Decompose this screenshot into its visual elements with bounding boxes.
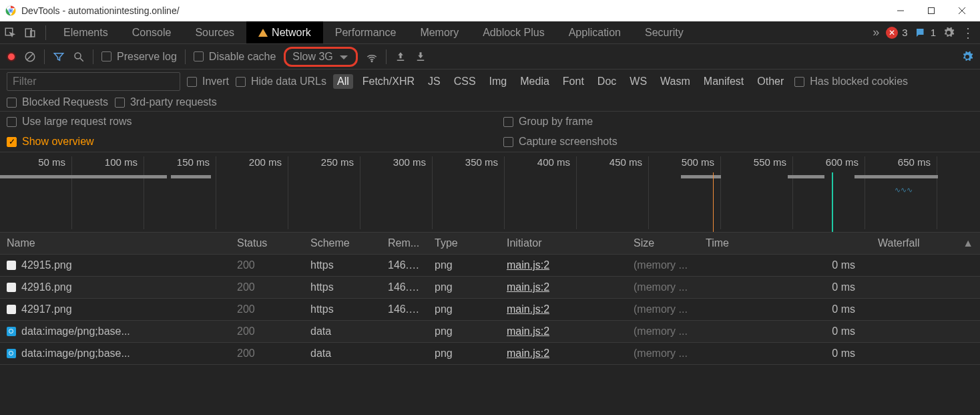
tab-elements[interactable]: Elements (51, 21, 120, 43)
view-options: Use large request rows Show overview Gro… (0, 112, 980, 152)
tab-network[interactable]: Network (246, 21, 323, 43)
filter-bar: Invert Hide data URLs AllFetch/XHRJSCSSI… (0, 70, 980, 94)
initiator-link[interactable]: main.js:2 (507, 325, 549, 337)
tab-console[interactable]: Console (120, 21, 184, 43)
svg-rect-6 (929, 8, 935, 14)
filter-type-manifest[interactable]: Manifest (700, 74, 748, 89)
filter-type-doc[interactable]: Doc (593, 74, 620, 89)
requests-table: Name Status Scheme Rem... Type Initiator… (0, 233, 980, 365)
search-icon[interactable] (73, 51, 85, 63)
table-row[interactable]: data:image/png;base...200datapngmain.js:… (0, 343, 980, 365)
blocked-cookies-checkbox[interactable]: Has blocked cookies (794, 76, 908, 88)
table-row[interactable]: 42916.png200https146.7...pngmain.js:2(me… (0, 277, 980, 299)
svg-point-4 (9, 9, 12, 12)
record-button[interactable] (7, 52, 16, 61)
chrome-icon (5, 5, 16, 16)
group-by-frame-checkbox[interactable]: Group by frame (503, 116, 973, 128)
filter-type-img[interactable]: Img (485, 74, 511, 89)
table-row[interactable]: 42917.png200https146.7...pngmain.js:2(me… (0, 299, 980, 321)
filter-type-media[interactable]: Media (516, 74, 553, 89)
capture-screenshots-checkbox[interactable]: Capture screenshots (503, 136, 973, 148)
devtools-tabs: ElementsConsoleSourcesNetworkPerformance… (0, 21, 980, 44)
issues-badge[interactable]: 1 (915, 27, 936, 39)
tab-adblock-plus[interactable]: Adblock Plus (471, 21, 557, 43)
menu-icon[interactable]: ⋮ (961, 25, 975, 41)
error-badge[interactable]: ✕3 (886, 27, 907, 39)
svg-rect-18 (417, 59, 425, 61)
table-row[interactable]: data:image/png;base...200datapngmain.js:… (0, 321, 980, 343)
tab-memory[interactable]: Memory (408, 21, 471, 43)
file-icon (7, 283, 16, 292)
close-button[interactable] (947, 0, 977, 21)
svg-line-13 (27, 53, 33, 59)
minimize-button[interactable] (885, 0, 916, 21)
file-icon (7, 349, 16, 358)
large-rows-checkbox[interactable]: Use large request rows (7, 116, 477, 128)
table-row[interactable]: 42915.png200https146.7...pngmain.js:2(me… (0, 255, 980, 277)
svg-line-15 (80, 58, 83, 61)
filter-input[interactable] (7, 72, 180, 91)
filter-type-css[interactable]: CSS (450, 74, 480, 89)
hide-data-urls-checkbox[interactable]: Hide data URLs (236, 76, 326, 88)
filter-type-other[interactable]: Other (753, 74, 788, 89)
window-title: DevTools - automationintesting.online/ (21, 5, 180, 16)
tab-security[interactable]: Security (633, 21, 696, 43)
timeline-overview[interactable]: 50 ms100 ms150 ms200 ms250 ms300 ms350 m… (0, 152, 980, 233)
initiator-link[interactable]: main.js:2 (507, 259, 549, 271)
more-tabs-icon[interactable]: » (873, 25, 879, 39)
clear-icon[interactable] (24, 51, 36, 63)
network-settings-icon[interactable] (961, 51, 973, 63)
tab-application[interactable]: Application (557, 21, 633, 43)
file-icon (7, 261, 16, 270)
filter-type-wasm[interactable]: Wasm (656, 74, 694, 89)
disable-cache-checkbox[interactable]: Disable cache (194, 51, 276, 63)
filter-type-font[interactable]: Font (559, 74, 588, 89)
third-party-checkbox[interactable]: 3rd-party requests (115, 96, 217, 108)
warning-icon (258, 24, 268, 37)
filter-type-fetchxhr[interactable]: Fetch/XHR (358, 74, 419, 89)
network-conditions-icon[interactable] (366, 51, 378, 63)
filter-type-ws[interactable]: WS (626, 74, 651, 89)
show-overview-checkbox[interactable]: Show overview (7, 136, 477, 148)
file-icon (7, 327, 16, 336)
settings-icon[interactable] (943, 27, 955, 39)
blocked-requests-checkbox[interactable]: Blocked Requests (7, 96, 108, 108)
maximize-button[interactable] (916, 0, 947, 21)
device-toggle-icon[interactable] (20, 21, 40, 43)
window-titlebar: DevTools - automationintesting.online/ (0, 0, 980, 21)
tab-performance[interactable]: Performance (323, 21, 409, 43)
throttling-select[interactable]: Slow 3G (284, 47, 357, 67)
network-toolbar: Preserve log Disable cache Slow 3G (0, 44, 980, 70)
filter-type-js[interactable]: JS (424, 74, 445, 89)
initiator-link[interactable]: main.js:2 (507, 348, 549, 359)
file-icon (7, 305, 16, 314)
invert-checkbox[interactable]: Invert (187, 76, 229, 88)
svg-point-16 (371, 61, 373, 62)
table-header[interactable]: Name Status Scheme Rem... Type Initiator… (0, 233, 980, 255)
inspect-icon[interactable] (0, 21, 20, 43)
initiator-link[interactable]: main.js:2 (507, 303, 549, 315)
upload-icon[interactable] (395, 51, 407, 63)
tab-sources[interactable]: Sources (183, 21, 246, 43)
filter-type-all[interactable]: All (333, 74, 353, 89)
preserve-log-checkbox[interactable]: Preserve log (101, 51, 177, 63)
initiator-link[interactable]: main.js:2 (507, 281, 549, 293)
download-icon[interactable] (415, 51, 427, 63)
svg-rect-17 (397, 59, 405, 61)
filter-icon[interactable] (53, 51, 65, 63)
svg-point-14 (75, 53, 81, 59)
